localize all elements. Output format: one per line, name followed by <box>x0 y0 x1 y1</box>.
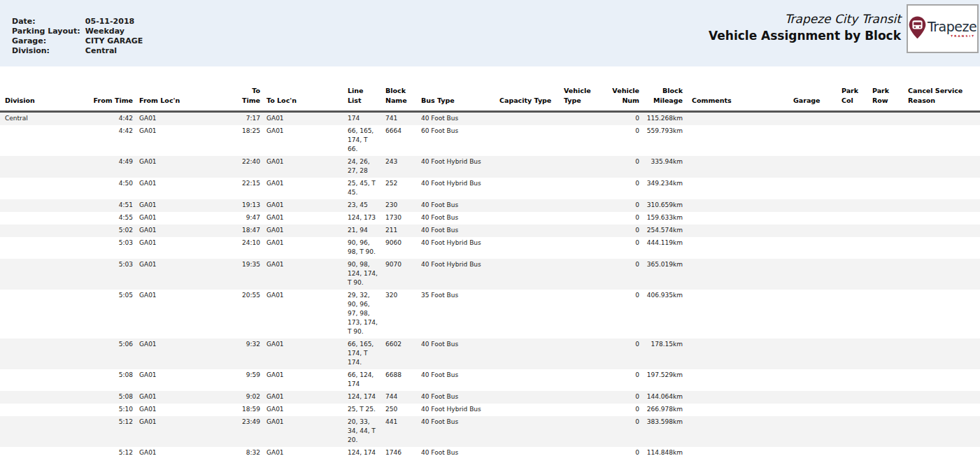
table-cell <box>495 125 559 156</box>
table-cell <box>684 212 786 225</box>
table-cell: GA01 <box>134 156 213 178</box>
table-cell <box>865 212 900 225</box>
table-cell: GA01 <box>262 237 343 259</box>
table-cell: 20:55 <box>213 290 262 339</box>
table-cell <box>834 225 865 237</box>
table-cell: 0 <box>609 199 641 212</box>
table-cell: 5:08 <box>92 369 134 391</box>
table-cell: 320 <box>381 290 416 339</box>
table-cell: GA01 <box>134 112 213 126</box>
table-cell <box>834 391 865 404</box>
table-cell: 9060 <box>381 237 416 259</box>
table-cell <box>495 156 559 178</box>
table-row: 5:10GA0118:59GA0125, T 25.25040 Foot Hyb… <box>0 404 980 416</box>
table-cell: 18:25 <box>213 125 262 156</box>
table-cell <box>0 447 92 460</box>
table-cell <box>559 416 609 447</box>
table-cell: GA01 <box>134 416 213 447</box>
table-cell <box>0 369 92 391</box>
column-header: Vehicle Num <box>609 75 641 112</box>
table-cell <box>786 404 834 416</box>
table-cell: 8:32 <box>213 447 262 460</box>
table-cell <box>0 259 92 290</box>
trapeze-transit-subtext: TRANSIT <box>951 34 975 38</box>
table-cell: GA01 <box>134 125 213 156</box>
table-cell: 6602 <box>381 339 416 369</box>
table-cell <box>684 199 786 212</box>
table-cell <box>684 391 786 404</box>
table-cell <box>834 339 865 369</box>
table-cell: 5:05 <box>92 290 134 339</box>
table-cell: 0 <box>609 156 641 178</box>
table-row: 5:08GA019:59GA0166, 124, 174668840 Foot … <box>0 369 980 391</box>
trapeze-logo: Trapeze TRANSIT <box>907 4 979 53</box>
table-cell <box>834 212 865 225</box>
table-cell: GA01 <box>262 369 343 391</box>
table-cell: 66, 165, 174, T 66. <box>343 125 381 156</box>
table-cell: 349.234km <box>641 178 684 199</box>
table-cell <box>495 404 559 416</box>
table-cell: 0 <box>609 212 641 225</box>
table-cell <box>0 290 92 339</box>
table-cell: 0 <box>609 416 641 447</box>
table-cell <box>684 447 786 460</box>
table-cell <box>865 237 900 259</box>
table-cell <box>684 404 786 416</box>
table-cell: GA01 <box>262 290 343 339</box>
table-cell: 0 <box>609 112 641 126</box>
column-header: Bus Type <box>416 75 495 112</box>
table-cell <box>865 339 900 369</box>
table-cell: 9:59 <box>213 369 262 391</box>
table-row: 5:05GA0120:55GA0129, 32, 90, 96, 97, 98,… <box>0 290 980 339</box>
table-cell <box>865 391 900 404</box>
table-cell: 6688 <box>381 369 416 391</box>
table-cell: 124, 174 <box>343 391 381 404</box>
table-cell: 40 Foot Bus <box>416 225 495 237</box>
table-cell <box>684 416 786 447</box>
table-cell <box>865 125 900 156</box>
table-cell <box>0 391 92 404</box>
table-cell: GA01 <box>134 178 213 199</box>
table-cell: 211 <box>381 225 416 237</box>
table-cell: 4:49 <box>92 156 134 178</box>
table-cell <box>900 404 980 416</box>
table-cell: 40 Foot Hybrid Bus <box>416 404 495 416</box>
table-cell <box>495 290 559 339</box>
table-cell: GA01 <box>262 199 343 212</box>
map-pin-bus-icon <box>909 16 926 42</box>
table-cell <box>786 259 834 290</box>
table-cell: 6664 <box>381 125 416 156</box>
table-cell <box>0 339 92 369</box>
table-cell: 90, 96, 98, T 90. <box>343 237 381 259</box>
table-cell <box>865 199 900 212</box>
table-cell: 0 <box>609 404 641 416</box>
table-cell <box>786 199 834 212</box>
table-cell: GA01 <box>262 125 343 156</box>
column-header: Block Name <box>381 75 416 112</box>
column-header: To Loc'n <box>262 75 343 112</box>
table-cell <box>786 369 834 391</box>
table-cell <box>865 178 900 199</box>
trapeze-wordmark: Trapeze <box>928 20 977 34</box>
column-header: To Time <box>213 75 262 112</box>
table-cell: 254.574km <box>641 225 684 237</box>
table-cell: GA01 <box>134 212 213 225</box>
table-cell: 40 Foot Hybrid Bus <box>416 178 495 199</box>
table-cell <box>495 112 559 126</box>
table-cell: 9:32 <box>213 339 262 369</box>
table-cell: GA01 <box>262 416 343 447</box>
table-cell: 0 <box>609 339 641 369</box>
table-cell: 0 <box>609 290 641 339</box>
table-cell: 23:49 <box>213 416 262 447</box>
table-cell: 144.064km <box>641 391 684 404</box>
table-cell: 441 <box>381 416 416 447</box>
table-header: DivisionFrom TimeFrom Loc'nTo TimeTo Loc… <box>0 75 980 112</box>
table-cell: 40 Foot Bus <box>416 112 495 126</box>
table-cell <box>495 369 559 391</box>
table-row: Central4:42GA017:17GA0117474140 Foot Bus… <box>0 112 980 126</box>
info-row-division: Division: Central <box>12 46 143 56</box>
table-cell: 40 Foot Bus <box>416 369 495 391</box>
table-cell: 22:15 <box>213 178 262 199</box>
table-cell <box>865 416 900 447</box>
table-cell <box>559 225 609 237</box>
